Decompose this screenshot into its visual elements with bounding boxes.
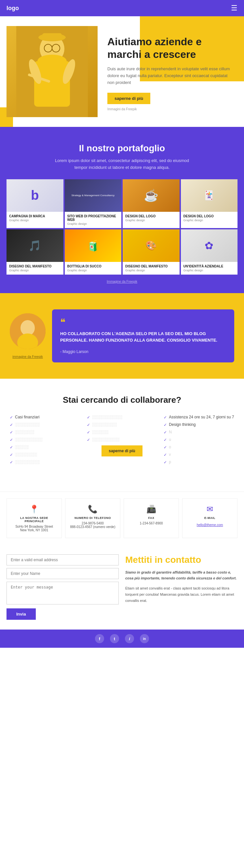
portfolio-title-8: UN'IDENTITÀ AZIENDALE <box>183 265 235 268</box>
svg-point-13 <box>21 320 35 336</box>
check-icon-design: ✓ <box>164 423 167 427</box>
quote-icon: ❝ <box>60 317 226 327</box>
hero-section: Aiutiamo aziende e marchi a crescere Dui… <box>0 16 244 127</box>
hero-image <box>6 26 98 117</box>
collaborate-item-1: ✓ Casi finanziari <box>10 415 80 420</box>
portfolio-credit[interactable]: Immagine da Freepik <box>6 280 238 283</box>
email-icon: ✉ <box>186 505 233 514</box>
portfolio-sub-4: Graphic design <box>183 219 235 222</box>
contact-form-left: Invia <box>6 554 119 620</box>
collaborate-button[interactable]: saperne di più <box>101 445 142 457</box>
email-input[interactable] <box>6 554 119 565</box>
portfolio-title-4: DESIGN DEL LOGO <box>183 214 235 218</box>
portfolio-sub-8: Graphic design <box>183 269 235 272</box>
fax-icon: 📠 <box>128 505 175 514</box>
header: logo ☰ <box>0 0 244 16</box>
portfolio-sub-3: Graphic design <box>125 219 177 222</box>
logo: logo <box>6 5 19 12</box>
name-input[interactable] <box>6 568 119 579</box>
facebook-icon[interactable]: f <box>95 634 104 643</box>
portfolio-info-5: DISEGNO DEL MANIFESTO Graphic design <box>6 262 63 275</box>
portfolio-item-4[interactable]: 🃏 DESIGN DEL LOGO Graphic design <box>181 179 238 228</box>
portfolio-sub-7: Graphic design <box>125 269 177 272</box>
message-input[interactable] <box>6 582 119 604</box>
collaborate-title: Stai cercando di collaborare? <box>10 395 234 405</box>
testimonial-image-credit[interactable]: immagine da Freepik <box>12 355 42 359</box>
portfolio-info-2: SITO WEB DI PROGETTAZIONE WEB Graphic de… <box>65 212 122 228</box>
portfolio-item-6[interactable]: 🧃 BOTTIGLIA DI SUCCO Graphic design <box>65 229 122 275</box>
portfolio-sub-1: Graphic design <box>9 219 61 222</box>
hamburger-button[interactable]: ☰ <box>231 4 238 12</box>
portfolio-grid: b CAMPAGNA DI MARCA Graphic design Strat… <box>6 179 238 275</box>
contact-form-section: Invia Mettiti in contatto Siamo in grado… <box>0 545 244 629</box>
contact-info-section: 📍 LA NOSTRA SEDE PRINCIPALE SoHo 94 Broa… <box>0 492 244 545</box>
submit-button[interactable]: Invia <box>6 609 36 620</box>
collaborate-section: Stai cercando di collaborare? ✓ Casi fin… <box>0 379 244 492</box>
portfolio-info-8: UN'IDENTITÀ AZIENDALE Graphic design <box>181 262 238 275</box>
instagram-icon[interactable]: i <box>125 634 134 643</box>
contact-card-fax: 📠 FAX 1-234-567-8900 <box>124 498 179 538</box>
portfolio-info-1: CAMPAGNA DI MARCA Graphic design <box>6 212 63 224</box>
hero-person-image <box>6 26 98 117</box>
contact-phone-value: 234-9876-5400888-0123-4567 (numero verde… <box>69 522 116 529</box>
contact-card-email: ✉ E-MAIL hello@theme.com <box>182 498 238 538</box>
contact-address-label: LA NOSTRA SEDE PRINCIPALE <box>11 516 58 523</box>
testimonial-text: HO COLLABORATO CON L'AGENZIA SELO PER LA… <box>60 331 226 344</box>
collaborate-col-3: ✓ Assistenza 24 ore su 24, 7 giorni su 7… <box>164 415 234 467</box>
contact-phone-label: NUMERO DI TELEFONO <box>69 516 116 520</box>
twitter-icon[interactable]: t <box>110 634 119 643</box>
collaborate-item-assist: ✓ Assistenza 24 ore su 24, 7 giorni su 7 <box>164 415 234 420</box>
location-icon: 📍 <box>11 505 58 514</box>
portfolio-sub-5: Graphic design <box>9 269 61 272</box>
portfolio-title-1: CAMPAGNA DI MARCA <box>9 214 61 218</box>
collaborate-col-1: ✓ Casi finanziari ✓░░░░░░░░░ ✓░░░░░░░ ✓░… <box>10 415 80 467</box>
portfolio-img-1: b <box>6 179 63 212</box>
portfolio-section: Il nostro portafoglio Lorem ipsum dolor … <box>0 127 244 293</box>
linkedin-icon[interactable]: in <box>140 634 149 643</box>
contact-email-label: E-MAIL <box>186 516 233 520</box>
contact-email-link[interactable]: hello@theme.com <box>197 523 223 527</box>
hero-image-credit: Immagini da Freepik <box>108 107 234 111</box>
check-icon-1: ✓ <box>10 415 13 420</box>
hero-content: Aiutiamo aziende e marchi a crescere Dui… <box>98 16 244 127</box>
contact-card-address: 📍 LA NOSTRA SEDE PRINCIPALE SoHo 94 Broa… <box>6 498 62 538</box>
footer: f t i in <box>0 629 244 648</box>
contact-form-desc2: Etiam sit amet convallis erat - class ap… <box>125 585 238 603</box>
portfolio-info-6: BOTTIGLIA DI SUCCO Graphic design <box>65 262 122 275</box>
portfolio-title-3: DESIGN DEL LOGO <box>125 214 177 218</box>
hero-title: Aiutiamo aziende e marchi a crescere <box>108 35 234 61</box>
hero-description: Duis aute irure dolor in reprehenderit i… <box>108 66 234 86</box>
portfolio-img-5: 🎵 <box>6 229 63 262</box>
portfolio-item-8[interactable]: ✿ UN'IDENTITÀ AZIENDALE Graphic design <box>181 229 238 275</box>
portfolio-sub-2: Graphic design <box>67 222 119 225</box>
hero-cta-button[interactable]: saperne di più <box>108 93 150 104</box>
contact-form-right: Mettiti in contatto Siamo in grado di ga… <box>125 554 238 620</box>
portfolio-img-3: ☕ <box>123 179 180 212</box>
portfolio-info-4: DESIGN DEL LOGO Graphic design <box>181 212 238 224</box>
portfolio-item-1[interactable]: b CAMPAGNA DI MARCA Graphic design <box>6 179 63 228</box>
contact-address-value: SoHo 94 Broadway StreetNew York, NY 1001 <box>11 525 58 532</box>
collaborate-grid: ✓ Casi finanziari ✓░░░░░░░░░ ✓░░░░░░░ ✓░… <box>10 415 234 467</box>
portfolio-img-6: 🧃 <box>65 229 122 262</box>
testimonial-section: immagine da Freepik ❝ HO COLLABORATO CON… <box>0 293 244 379</box>
contact-fax-value: 1-234-567-8900 <box>128 522 175 525</box>
portfolio-item-5[interactable]: 🎵 DISEGNO DEL MANIFESTO Graphic design <box>6 229 63 275</box>
portfolio-info-3: DESIGN DEL LOGO Graphic design <box>123 212 180 224</box>
portfolio-description: Lorem ipsum dolor sit amet, consectetur … <box>54 157 190 171</box>
portfolio-img-7: 🎨 <box>123 229 180 262</box>
portfolio-title-7: DISEGNO DEL MANIFESTO <box>125 265 177 268</box>
svg-point-3 <box>37 55 67 68</box>
contact-form-desc: Siamo in grado di garantire affidabilità… <box>125 569 238 581</box>
portfolio-item-3[interactable]: ☕ DESIGN DEL LOGO Graphic design <box>123 179 180 228</box>
collaborate-text-design: Design thinking <box>169 422 195 427</box>
contact-form-title: Mettiti in contatto <box>125 554 238 565</box>
portfolio-item-7[interactable]: 🎨 DISEGNO DEL MANIFESTO Graphic design <box>123 229 180 275</box>
contact-card-phone: 📞 NUMERO DI TELEFONO 234-9876-5400888-01… <box>65 498 120 538</box>
portfolio-title: Il nostro portafoglio <box>6 143 238 154</box>
portfolio-item-2[interactable]: Strategy & Management Consultancy SITO W… <box>65 179 122 228</box>
testimonial-author: - Maggio Larson <box>60 349 89 354</box>
portfolio-title-5: DISEGNO DEL MANIFESTO <box>9 265 61 268</box>
portfolio-img-2: Strategy & Management Consultancy <box>65 179 122 212</box>
portfolio-img-4: 🃏 <box>181 179 238 212</box>
portfolio-title-2: SITO WEB DI PROGETTAZIONE WEB <box>67 214 119 222</box>
